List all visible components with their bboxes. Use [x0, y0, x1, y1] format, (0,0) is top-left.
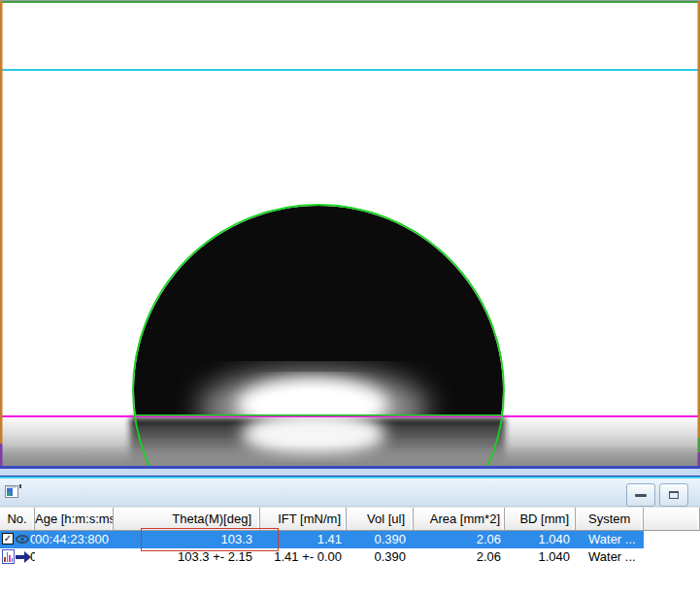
restore-icon: [669, 491, 679, 499]
frame-left-orange: [0, 1, 3, 444]
restore-button[interactable]: [659, 483, 688, 507]
row1-system-value: Water ...: [576, 531, 644, 548]
row1-vol-value: 0.390: [347, 531, 414, 548]
ellipse-profile-icon: [16, 535, 29, 544]
header-theta[interactable]: Theta(M)[deg]: [114, 508, 260, 530]
result-table: No. Age [h:m:s:ms] Theta(M)[deg] IFT [mN…: [0, 507, 700, 594]
header-system[interactable]: System: [576, 508, 644, 530]
header-area[interactable]: Area [mm*2]: [414, 508, 505, 530]
row2-system-value: Water ...: [576, 548, 644, 566]
frame-top-green: [0, 1, 700, 3]
header-no[interactable]: No.: [0, 508, 35, 530]
substrate-fade: [2, 445, 698, 469]
table-row-statistics[interactable]: 0... 103.3 +- 2.15 1.41 +- 0.00 0.390 2.…: [0, 548, 700, 566]
header-ift[interactable]: IFT [mN/m]: [260, 508, 347, 530]
minimize-button[interactable]: [626, 483, 655, 507]
frame-top-gray: [0, 0, 700, 1]
minimize-icon: [635, 494, 647, 497]
header-filler: [644, 508, 700, 530]
row1-bd-value: 1.040: [505, 531, 576, 548]
result-window-icon: [5, 485, 18, 498]
frame-left-purple: [0, 444, 3, 469]
contact-line: [135, 414, 502, 416]
row2-no-cell: 0...: [0, 548, 35, 566]
bar-chart-icon: [2, 549, 15, 564]
cyan-reference-line: [2, 69, 698, 71]
row2-age-value: [35, 548, 114, 566]
table-header-row: No. Age [h:m:s:ms] Theta(M)[deg] IFT [mN…: [0, 507, 700, 531]
red-highlight-box: [141, 528, 279, 551]
arrow-right-icon: [16, 555, 24, 559]
row2-vol-value: 0.390: [347, 548, 414, 566]
window-gap: [0, 469, 700, 476]
result-window-title-bar[interactable]: [Result Window] - Noname: [0, 478, 700, 507]
checkbox-checked[interactable]: ✓: [2, 533, 14, 544]
header-vol[interactable]: Vol [ul]: [347, 508, 414, 530]
title-icon-tick: [19, 484, 21, 488]
header-bd[interactable]: BD [mm]: [505, 508, 576, 530]
row2-area-value: 2.06: [414, 548, 505, 566]
screen: [Result Window] - Noname No. Age [h:m:s:…: [0, 0, 700, 594]
row1-age-value: 00:44:23:800: [35, 531, 114, 548]
row1-no-cell: ✓ 0...: [0, 531, 35, 548]
row2-bd-value: 1.040: [505, 548, 576, 566]
camera-view: [0, 0, 700, 469]
table-row-measurement[interactable]: ✓ 0... 00:44:23:800 103.3 1.41 0.390 2.0…: [0, 531, 700, 548]
header-age[interactable]: Age [h:m:s:ms]: [35, 508, 114, 530]
row1-area-value: 2.06: [414, 531, 505, 548]
